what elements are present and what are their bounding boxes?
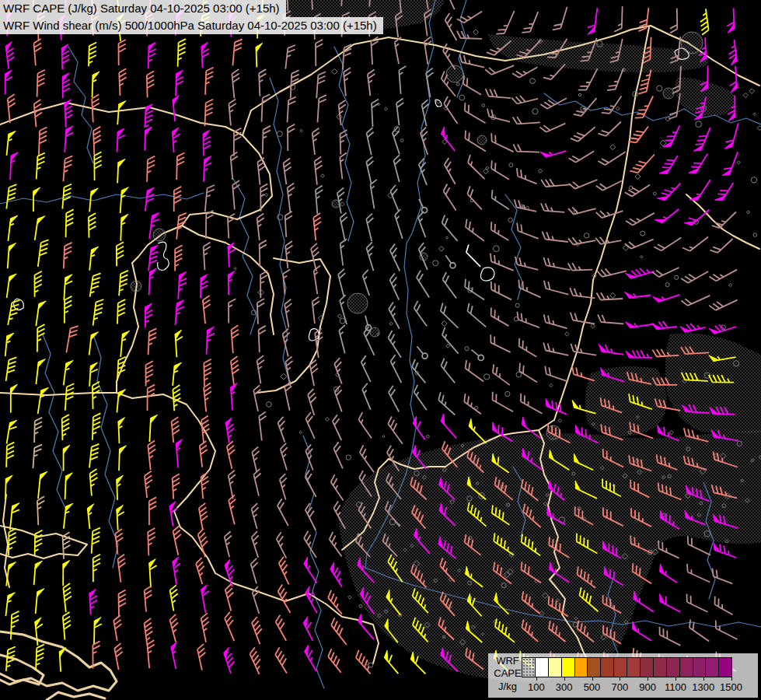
legend-label-cape: CAPE (493, 668, 522, 679)
legend-swatch (535, 657, 549, 677)
legend-swatch (718, 657, 732, 677)
legend-swatch (666, 657, 680, 677)
weather-map-canvas (0, 0, 761, 700)
legend-tick (620, 677, 620, 681)
legend-label-unit: J/kg (493, 681, 522, 692)
legend-swatch (587, 657, 601, 677)
legend-swatch (627, 657, 641, 677)
legend-swatch (679, 657, 693, 677)
legend-tick (648, 677, 648, 681)
legend-swatch (522, 657, 536, 677)
legend-tick (564, 677, 565, 681)
legend-swatch (600, 657, 614, 677)
legend-swatch (613, 657, 627, 677)
legend-swatch (561, 657, 575, 677)
legend-color-bar (522, 657, 732, 677)
title-cape: WRF CAPE (J/kg) Saturday 04-10-2025 03:0… (0, 0, 286, 17)
legend-swatch (640, 657, 654, 677)
legend-swatch (705, 657, 719, 677)
legend-swatch (693, 657, 707, 677)
title-wind-shear: WRF Wind shear (m/s) 500/1000hPa Saturda… (0, 17, 383, 34)
cape-color-legend: WRF CAPE J/kg 10030050070090011001300150… (488, 653, 758, 698)
legend-tick (536, 677, 537, 681)
legend-tick (703, 677, 704, 681)
wrf-weather-map-page: WRF CAPE (J/kg) Saturday 04-10-2025 03:0… (0, 0, 761, 700)
legend-tick (731, 677, 732, 681)
legend-swatch (653, 657, 667, 677)
legend-tick (675, 677, 676, 681)
legend-tick-label: 1500 (714, 681, 749, 693)
legend-label-wrf: WRF (493, 656, 522, 667)
legend-swatch (574, 657, 588, 677)
legend-tick (592, 677, 593, 681)
legend-swatch (548, 657, 562, 677)
map-title-overlay: WRF CAPE (J/kg) Saturday 04-10-2025 03:0… (0, 0, 383, 34)
